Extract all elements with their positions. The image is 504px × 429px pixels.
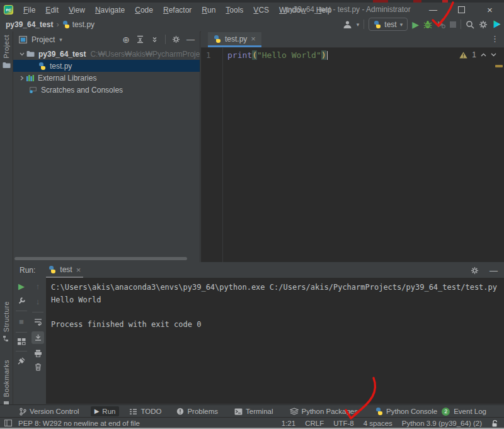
line-separator[interactable]: CRLF: [305, 420, 324, 427]
editor-options-icon[interactable]: ⋮: [491, 34, 499, 43]
file-encoding[interactable]: UTF-8: [333, 420, 354, 427]
restore-layout-icon[interactable]: [18, 338, 26, 345]
hide-panel-icon[interactable]: —: [186, 35, 195, 44]
tree-row-scratches[interactable]: i Scratches and Consoles: [13, 84, 200, 96]
editor-area: test.py × ⋮ 1 print("Hello World") 1: [201, 31, 504, 262]
next-problem-icon[interactable]: [491, 53, 496, 57]
stop-icon[interactable]: ■: [19, 317, 24, 326]
locate-file-icon[interactable]: ⊕: [122, 35, 130, 45]
search-everywhere-icon[interactable]: [466, 20, 474, 29]
panel-settings-gear-icon[interactable]: [172, 35, 180, 43]
gradient-play-icon[interactable]: [492, 20, 501, 29]
toolwindow-terminal[interactable]: Terminal: [231, 406, 277, 416]
warning-triangle-icon[interactable]: [459, 52, 467, 59]
minimize-button[interactable]: —: [419, 3, 447, 17]
breadcrumb-file[interactable]: test.py: [72, 20, 94, 29]
scroll-to-end-button[interactable]: [32, 331, 44, 344]
pin-icon[interactable]: [18, 357, 25, 365]
print-icon[interactable]: [34, 350, 42, 357]
left-tool-stripe: Project Structure Bookmarks: [0, 31, 13, 404]
menu-vcs[interactable]: VCS: [248, 4, 274, 16]
toolwindow-problems[interactable]: Problems: [173, 406, 222, 416]
chevron-down-icon[interactable]: ▾: [357, 21, 360, 28]
caret-position[interactable]: 1:21: [282, 420, 295, 427]
stripe-button-project[interactable]: Project: [0, 35, 13, 69]
menu-code[interactable]: Code: [130, 4, 158, 16]
prev-problem-icon[interactable]: [481, 53, 486, 57]
run-with-coverage-button[interactable]: [437, 20, 445, 28]
warning-stripe-mark[interactable]: [495, 65, 503, 67]
tree-row-test-py[interactable]: test.py: [13, 60, 200, 72]
up-stacktrace-icon[interactable]: ↑: [36, 282, 40, 291]
play-icon: ▶: [94, 408, 100, 415]
run-settings-gear-icon[interactable]: [471, 266, 479, 275]
project-panel: Project ▾ ⊕ —: [13, 31, 200, 262]
toolwindow-python-console[interactable]: Python Console: [372, 406, 441, 416]
run-tab-test[interactable]: test ×: [46, 263, 83, 278]
menu-navigate[interactable]: Navigate: [90, 4, 130, 16]
event-log-button[interactable]: 2 Event Log: [442, 408, 486, 416]
clear-all-icon[interactable]: [35, 363, 42, 371]
window-title: py39_64_test - test.py - Administrator: [285, 5, 411, 14]
pycharm-logo-icon: PC: [4, 5, 13, 14]
tree-row-root[interactable]: py39_64_test C:₩Users₩akis₩PycharmProjec…: [13, 48, 200, 60]
toolwindow-run[interactable]: ▶ Run: [91, 406, 120, 416]
settings-gear-icon[interactable]: [479, 20, 488, 29]
maximize-button[interactable]: [447, 3, 476, 17]
stripe-button-bookmarks[interactable]: Bookmarks: [0, 360, 13, 408]
chevron-down-icon[interactable]: ▾: [59, 37, 62, 43]
tree-file-label: test.py: [50, 62, 72, 71]
hide-run-panel-icon[interactable]: —: [490, 266, 498, 275]
packages-layers-icon: [290, 408, 299, 415]
toolwindow-version-control[interactable]: Version Control: [15, 406, 83, 417]
editor-body[interactable]: 1 print("Hello World") 1: [201, 48, 504, 262]
lock-icon[interactable]: [491, 420, 498, 427]
toolwindow-python-packages[interactable]: Python Packages: [286, 406, 362, 416]
indent-style[interactable]: 4 spaces: [364, 420, 392, 427]
debug-button[interactable]: [423, 20, 432, 29]
run-button[interactable]: ▶: [412, 20, 419, 29]
tree-row-external-libraries[interactable]: External Libraries: [13, 72, 200, 84]
horizontal-scrollbar[interactable]: [14, 257, 187, 260]
title-bar: PC File Edit View Navigate Code Refactor…: [0, 3, 504, 17]
editor-tab-test-py[interactable]: test.py ×: [208, 32, 261, 47]
run-configuration-selector[interactable]: test ▾: [369, 18, 408, 31]
tab-close-icon[interactable]: ×: [76, 265, 81, 275]
status-message[interactable]: PEP 8: W292 no newline at end of file: [18, 420, 140, 427]
menu-edit[interactable]: Edit: [40, 4, 64, 16]
toolwindow-todo[interactable]: TODO: [125, 406, 165, 416]
user-profile-icon[interactable]: [343, 20, 352, 29]
menu-view[interactable]: View: [64, 4, 90, 16]
breadcrumb-project[interactable]: py39_64_test: [6, 20, 53, 29]
project-panel-title[interactable]: Project: [32, 35, 55, 44]
toolwindow-label: Version Control: [30, 408, 79, 415]
toolwindow-label: Python Packages: [302, 408, 358, 415]
event-log-label: Event Log: [454, 408, 486, 415]
code-line-1[interactable]: print("Hello World"): [227, 50, 328, 60]
stop-button[interactable]: [450, 21, 456, 28]
wrench-icon[interactable]: [18, 297, 26, 305]
menu-run[interactable]: Run: [197, 4, 220, 16]
tab-close-icon[interactable]: ×: [251, 34, 256, 43]
menu-refactor[interactable]: Refactor: [158, 4, 197, 16]
rerun-icon[interactable]: ▶: [18, 282, 25, 291]
soft-wrap-icon[interactable]: [34, 318, 42, 326]
chevron-collapsed-icon[interactable]: [18, 76, 26, 81]
toolwindow-toggle-icon[interactable]: [4, 420, 12, 426]
run-console[interactable]: C:\Users\akis\anaconda3\envs\py39_64\pyt…: [46, 278, 504, 404]
divider: [461, 20, 461, 29]
collapse-all-icon[interactable]: [151, 35, 159, 43]
menu-file[interactable]: File: [18, 4, 40, 16]
python-interpreter[interactable]: Python 3.9 (py39_64) (2): [402, 420, 482, 427]
chevron-expanded-icon[interactable]: [18, 52, 26, 56]
warning-count: 1: [472, 50, 476, 59]
console-line-command: C:\Users\akis\anaconda3\envs\py39_64\pyt…: [51, 283, 504, 295]
close-button[interactable]: ×: [476, 3, 504, 17]
down-stacktrace-icon[interactable]: ↓: [36, 297, 40, 306]
menu-tools[interactable]: Tools: [220, 4, 248, 16]
breadcrumb-chevron-icon: ›: [56, 20, 59, 29]
toolwindow-label: Terminal: [246, 408, 273, 415]
structure-icon: [3, 335, 10, 342]
stripe-button-structure[interactable]: Structure: [0, 301, 13, 342]
expand-all-icon[interactable]: [136, 35, 144, 43]
